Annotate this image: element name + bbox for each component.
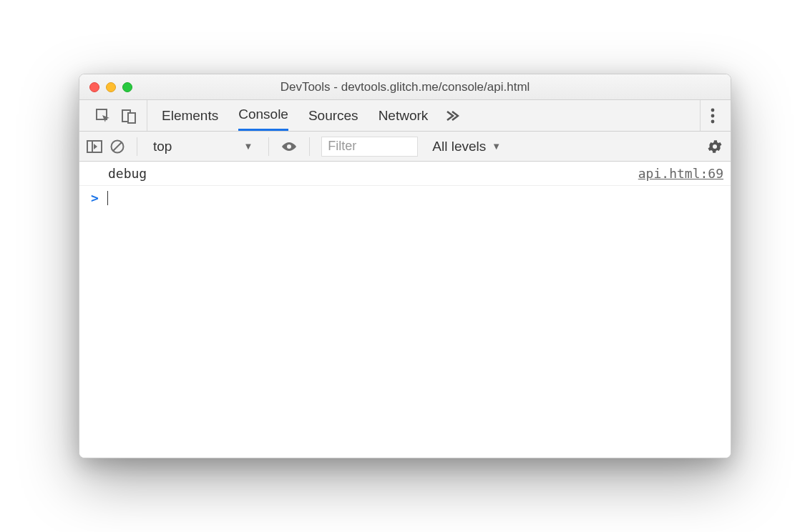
levels-label: All levels (432, 139, 486, 154)
separator (137, 137, 137, 156)
tab-network[interactable]: Network (379, 100, 429, 131)
svg-point-3 (711, 108, 715, 112)
log-source-link[interactable]: api.html:69 (638, 166, 723, 181)
minimize-button[interactable] (106, 82, 116, 92)
devtools-window: DevTools - devtools.glitch.me/console/ap… (79, 74, 731, 458)
more-tabs-icon[interactable] (445, 109, 459, 123)
tab-console[interactable]: Console (238, 100, 288, 131)
log-message: debug (108, 166, 147, 181)
titlebar: DevTools - devtools.glitch.me/console/ap… (79, 74, 731, 100)
execution-context-select[interactable]: top ▼ (149, 137, 257, 156)
tabs-bar: Elements Console Sources Network (79, 100, 731, 132)
context-label: top (153, 139, 172, 154)
chevron-down-icon: ▼ (243, 141, 253, 152)
text-cursor (107, 191, 108, 205)
svg-rect-2 (128, 113, 135, 123)
clear-console-icon[interactable] (109, 139, 125, 154)
console-prompt[interactable]: > (79, 186, 731, 210)
svg-point-10 (287, 144, 291, 149)
svg-point-5 (711, 119, 715, 123)
device-mode-icon[interactable] (121, 108, 137, 124)
separator (309, 137, 310, 156)
console-output: debug api.html:69 > (79, 162, 731, 458)
log-levels-select[interactable]: All levels ▼ (432, 139, 501, 154)
settings-icon[interactable] (706, 138, 723, 155)
panel-tabs: Elements Console Sources Network (162, 100, 428, 131)
filter-input[interactable] (321, 137, 418, 157)
tab-sources[interactable]: Sources (308, 100, 358, 131)
svg-rect-7 (87, 141, 92, 152)
svg-line-9 (113, 142, 122, 151)
menu-icon[interactable] (700, 100, 725, 131)
close-button[interactable] (89, 82, 99, 92)
prompt-chevron-icon: > (91, 190, 99, 205)
svg-point-11 (713, 144, 717, 149)
sidebar-toggle-icon[interactable] (87, 140, 102, 153)
maximize-button[interactable] (122, 82, 132, 92)
window-title: DevTools - devtools.glitch.me/console/ap… (88, 80, 722, 94)
inspect-icon[interactable] (95, 108, 111, 124)
log-entry: debug api.html:69 (79, 162, 731, 186)
console-toolbar: top ▼ All levels ▼ (79, 132, 731, 162)
svg-point-4 (711, 114, 715, 117)
tab-elements[interactable]: Elements (162, 100, 218, 131)
live-expression-icon[interactable] (280, 141, 298, 152)
window-controls (89, 82, 132, 92)
separator (268, 137, 269, 156)
chevron-down-icon: ▼ (492, 141, 501, 152)
